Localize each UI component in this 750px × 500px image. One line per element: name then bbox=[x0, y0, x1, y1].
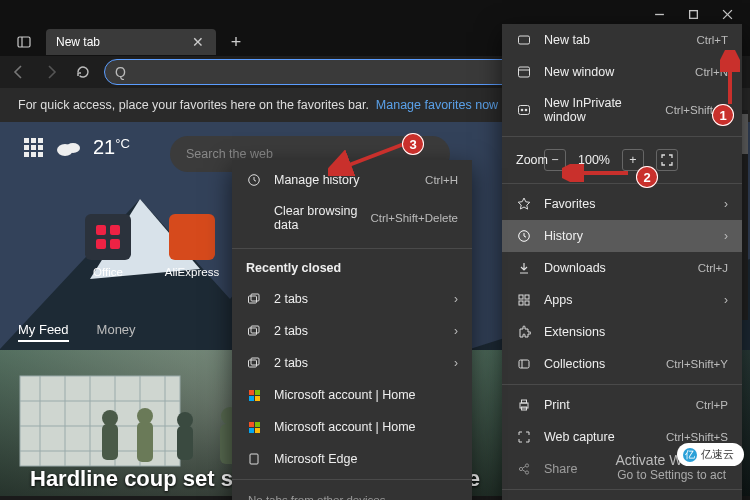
capture-icon bbox=[516, 429, 532, 445]
back-button[interactable] bbox=[8, 61, 30, 83]
svg-rect-37 bbox=[519, 106, 530, 115]
share-icon bbox=[516, 461, 532, 477]
menu-collections[interactable]: CollectionsCtrl+Shift+Y bbox=[502, 348, 742, 380]
svg-point-12 bbox=[66, 143, 80, 153]
recent-item[interactable]: Microsoft account | Home bbox=[232, 379, 472, 411]
feed-tab-money[interactable]: Money bbox=[97, 322, 136, 342]
menu-print[interactable]: PrintCtrl+P bbox=[502, 389, 742, 421]
history-icon bbox=[516, 228, 532, 244]
svg-rect-71 bbox=[249, 422, 254, 427]
recent-item[interactable]: 2 tabs› bbox=[232, 347, 472, 379]
apps-icon bbox=[516, 292, 532, 308]
recent-item[interactable]: 2 tabs› bbox=[232, 315, 472, 347]
menu-apps[interactable]: Apps› bbox=[502, 284, 742, 316]
svg-rect-25 bbox=[102, 424, 118, 460]
svg-rect-72 bbox=[255, 422, 260, 427]
tutorial-arrow-1 bbox=[720, 50, 740, 108]
quicklink-aliexpress[interactable]: AliExpress bbox=[164, 214, 220, 278]
svg-point-39 bbox=[525, 109, 528, 112]
menu-history[interactable]: History› bbox=[502, 220, 742, 252]
extension-icon bbox=[516, 324, 532, 340]
svg-rect-68 bbox=[255, 390, 260, 395]
star-icon bbox=[516, 196, 532, 212]
tabs-icon bbox=[246, 355, 262, 371]
window-icon bbox=[516, 64, 532, 80]
svg-rect-63 bbox=[249, 328, 257, 335]
inprivate-icon bbox=[516, 102, 532, 118]
refresh-button[interactable] bbox=[72, 61, 94, 83]
svg-rect-64 bbox=[251, 326, 259, 333]
menu-find[interactable]: Find on pageCtrl+F bbox=[502, 494, 742, 500]
svg-line-54 bbox=[522, 470, 525, 472]
weather-cloud-icon bbox=[55, 139, 81, 157]
svg-point-52 bbox=[525, 471, 528, 474]
chevron-right-icon: › bbox=[454, 292, 458, 306]
chevron-right-icon: › bbox=[454, 324, 458, 338]
svg-rect-75 bbox=[250, 454, 258, 464]
ms-logo-icon bbox=[246, 419, 262, 435]
history-clear[interactable]: Clear browsing dataCtrl+Shift+Delete bbox=[232, 196, 472, 240]
svg-rect-43 bbox=[519, 301, 523, 305]
app-launcher-icon[interactable] bbox=[24, 138, 43, 157]
tabs-icon bbox=[246, 291, 262, 307]
feed-tab-myfeed[interactable]: My Feed bbox=[18, 322, 69, 342]
svg-rect-42 bbox=[525, 295, 529, 299]
svg-point-38 bbox=[521, 109, 524, 112]
tutorial-arrow-2 bbox=[562, 164, 632, 182]
svg-rect-67 bbox=[249, 390, 254, 395]
tutorial-step-3-badge: 3 bbox=[402, 133, 424, 155]
recent-item[interactable]: Microsoft Edge bbox=[232, 443, 472, 475]
svg-rect-48 bbox=[522, 400, 527, 403]
svg-rect-73 bbox=[249, 428, 254, 433]
menu-new-inprivate[interactable]: New InPrivate windowCtrl+Shift+N bbox=[502, 88, 742, 132]
download-icon bbox=[516, 260, 532, 276]
svg-line-53 bbox=[522, 466, 525, 468]
page-icon bbox=[246, 451, 262, 467]
history-icon bbox=[246, 172, 262, 188]
fullscreen-button[interactable] bbox=[656, 149, 678, 171]
ms-logo-icon bbox=[246, 387, 262, 403]
menu-downloads[interactable]: DownloadsCtrl+J bbox=[502, 252, 742, 284]
menu-favorites[interactable]: Favorites› bbox=[502, 188, 742, 220]
svg-rect-65 bbox=[249, 360, 257, 367]
chevron-right-icon: › bbox=[454, 356, 458, 370]
chevron-right-icon: › bbox=[724, 197, 728, 211]
chevron-right-icon: › bbox=[724, 229, 728, 243]
forward-button[interactable] bbox=[40, 61, 62, 83]
tab-close-icon[interactable]: ✕ bbox=[190, 34, 206, 50]
svg-rect-41 bbox=[519, 295, 523, 299]
manage-favorites-link[interactable]: Manage favorites now bbox=[376, 98, 498, 112]
tab-actions-button[interactable] bbox=[10, 28, 38, 56]
svg-rect-70 bbox=[255, 396, 260, 401]
svg-point-28 bbox=[177, 412, 193, 428]
svg-rect-66 bbox=[251, 358, 259, 365]
svg-line-78 bbox=[336, 144, 404, 170]
source-watermark: 亿亿速云 bbox=[677, 443, 744, 466]
svg-rect-69 bbox=[249, 396, 254, 401]
menu-new-tab[interactable]: New tabCtrl+T bbox=[502, 24, 742, 56]
tabs-icon bbox=[246, 323, 262, 339]
browser-tab-active[interactable]: New tab ✕ bbox=[46, 29, 216, 55]
svg-rect-34 bbox=[519, 36, 530, 44]
recent-item[interactable]: Microsoft account | Home bbox=[232, 411, 472, 443]
search-icon: Q bbox=[115, 64, 126, 80]
tutorial-arrow-3 bbox=[328, 140, 408, 176]
svg-rect-61 bbox=[249, 296, 257, 303]
svg-point-24 bbox=[102, 410, 118, 426]
svg-rect-74 bbox=[255, 428, 260, 433]
chevron-right-icon: › bbox=[724, 293, 728, 307]
svg-point-50 bbox=[519, 467, 522, 470]
menu-new-window[interactable]: New windowCtrl+N bbox=[502, 56, 742, 88]
svg-rect-45 bbox=[519, 360, 529, 368]
new-tab-button[interactable]: + bbox=[222, 32, 250, 53]
history-no-other-devices: No tabs from other devices bbox=[232, 484, 472, 500]
svg-point-51 bbox=[525, 464, 528, 467]
settings-and-more-menu: New tabCtrl+T New windowCtrl+N New InPri… bbox=[502, 24, 742, 500]
svg-point-26 bbox=[137, 408, 153, 424]
recently-closed-heading: Recently closed bbox=[232, 253, 472, 283]
svg-rect-29 bbox=[177, 426, 193, 460]
recent-item[interactable]: 2 tabs› bbox=[232, 283, 472, 315]
quicklink-office[interactable]: Office bbox=[80, 214, 136, 278]
menu-extensions[interactable]: Extensions bbox=[502, 316, 742, 348]
svg-rect-27 bbox=[137, 422, 153, 462]
